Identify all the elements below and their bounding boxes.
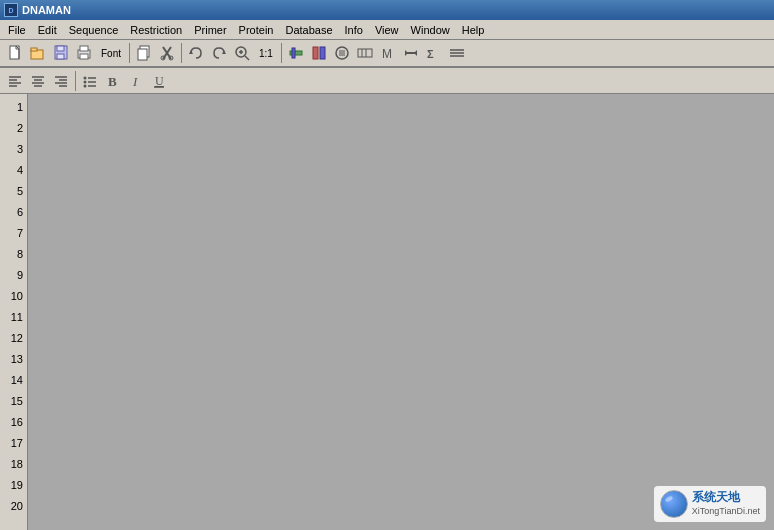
menu-item-help[interactable]: Help — [456, 22, 491, 38]
bold-button[interactable]: B — [102, 70, 124, 92]
svg-rect-31 — [358, 49, 372, 57]
svg-rect-26 — [320, 47, 325, 59]
line-num-16: 16 — [0, 411, 27, 432]
svg-marker-17 — [189, 50, 193, 54]
line-num-15: 15 — [0, 390, 27, 411]
sep3 — [281, 43, 282, 63]
svg-point-54 — [84, 76, 87, 79]
line-num-7: 7 — [0, 222, 27, 243]
line-num-14: 14 — [0, 369, 27, 390]
copy-button[interactable] — [133, 42, 155, 64]
line-num-12: 12 — [0, 327, 27, 348]
seq-tool2[interactable] — [308, 42, 330, 64]
svg-rect-6 — [57, 46, 64, 51]
line-num-1: 1 — [0, 96, 27, 117]
seq-tool8[interactable] — [446, 42, 468, 64]
sep1 — [129, 43, 130, 63]
svg-rect-25 — [313, 47, 318, 59]
list-button[interactable] — [79, 70, 101, 92]
svg-text:Σ: Σ — [427, 48, 434, 60]
title-bar: D DNAMAN — [0, 0, 774, 20]
line-num-17: 17 — [0, 432, 27, 453]
svg-line-20 — [245, 56, 249, 60]
toolbar-main: Font 1:1 M Σ — [0, 40, 774, 68]
line-num-13: 13 — [0, 348, 27, 369]
redo-button[interactable] — [208, 42, 230, 64]
seq-tool5[interactable]: M — [377, 42, 399, 64]
seq-tool6[interactable] — [400, 42, 422, 64]
svg-rect-10 — [80, 46, 88, 51]
print-button[interactable] — [73, 42, 95, 64]
toolbar-format: B I U — [0, 68, 774, 94]
watermark-globe — [660, 490, 688, 518]
zoom-label: 1:1 — [254, 43, 278, 63]
svg-text:I: I — [132, 74, 138, 89]
sequence-area[interactable] — [28, 94, 774, 530]
open-button[interactable] — [27, 42, 49, 64]
menu-item-database[interactable]: Database — [279, 22, 338, 38]
menu-item-file[interactable]: File — [2, 22, 32, 38]
svg-text:U: U — [155, 74, 164, 88]
cut-button[interactable] — [156, 42, 178, 64]
watermark-main: 系统天地 — [692, 490, 760, 506]
line-num-3: 3 — [0, 138, 27, 159]
line-num-6: 6 — [0, 201, 27, 222]
svg-rect-9 — [80, 54, 88, 59]
italic-button[interactable]: I — [125, 70, 147, 92]
font-button[interactable]: Font — [96, 43, 126, 63]
svg-text:B: B — [108, 74, 117, 89]
sep2 — [181, 43, 182, 63]
menu-item-window[interactable]: Window — [405, 22, 456, 38]
line-numbers: 1234567891011121314151617181920 — [0, 94, 28, 530]
svg-marker-37 — [414, 50, 417, 56]
app-title: DNAMAN — [22, 4, 71, 16]
seq-tool7[interactable]: Σ — [423, 42, 445, 64]
line-num-9: 9 — [0, 264, 27, 285]
align-right-button[interactable] — [50, 70, 72, 92]
line-num-18: 18 — [0, 453, 27, 474]
zoom-in-button[interactable] — [231, 42, 253, 64]
line-num-8: 8 — [0, 243, 27, 264]
svg-rect-7 — [57, 54, 64, 59]
seq-tool1[interactable] — [285, 42, 307, 64]
menu-item-primer[interactable]: Primer — [188, 22, 232, 38]
menu-item-protein[interactable]: Protein — [233, 22, 280, 38]
svg-point-55 — [84, 80, 87, 83]
watermark: 系统天地 XiTongTianDi.net — [654, 486, 766, 522]
svg-point-56 — [84, 84, 87, 87]
line-num-2: 2 — [0, 117, 27, 138]
align-center-button[interactable] — [27, 70, 49, 92]
line-num-4: 4 — [0, 159, 27, 180]
menu-item-info[interactable]: Info — [339, 22, 369, 38]
svg-text:M: M — [382, 47, 392, 61]
watermark-sub: XiTongTianDi.net — [692, 506, 760, 518]
svg-rect-12 — [138, 49, 147, 60]
new-button[interactable] — [4, 42, 26, 64]
line-num-19: 19 — [0, 474, 27, 495]
sep4 — [75, 71, 76, 91]
menu-item-restriction[interactable]: Restriction — [124, 22, 188, 38]
app-icon: D — [4, 3, 18, 17]
align-left-button[interactable] — [4, 70, 26, 92]
menu-bar: FileEditSequenceRestrictionPrimerProtein… — [0, 20, 774, 40]
line-num-20: 20 — [0, 495, 27, 516]
menu-item-view[interactable]: View — [369, 22, 405, 38]
seq-tool4[interactable] — [354, 42, 376, 64]
undo-button[interactable] — [185, 42, 207, 64]
svg-marker-18 — [222, 50, 226, 54]
svg-rect-4 — [31, 48, 37, 51]
seq-tool3[interactable] — [331, 42, 353, 64]
line-num-5: 5 — [0, 180, 27, 201]
menu-item-edit[interactable]: Edit — [32, 22, 63, 38]
svg-rect-24 — [292, 48, 295, 58]
main-area: 1234567891011121314151617181920 — [0, 94, 774, 530]
save-button[interactable] — [50, 42, 72, 64]
menu-item-sequence[interactable]: Sequence — [63, 22, 125, 38]
line-num-11: 11 — [0, 306, 27, 327]
watermark-text: 系统天地 XiTongTianDi.net — [692, 490, 760, 517]
underline-button[interactable]: U — [148, 70, 170, 92]
svg-marker-36 — [405, 50, 408, 56]
line-num-10: 10 — [0, 285, 27, 306]
